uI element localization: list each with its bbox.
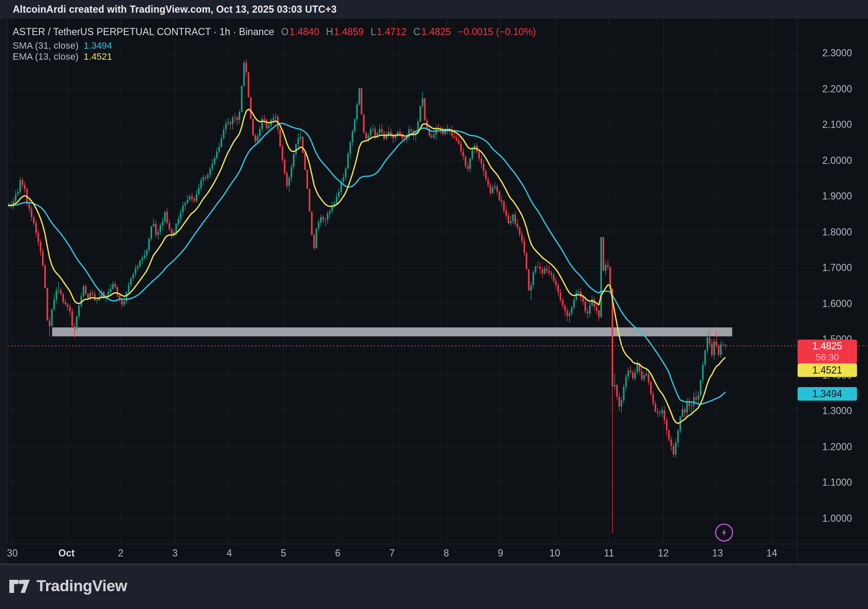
time-axis-label: 11 xyxy=(604,548,614,559)
price-axis-label: 2.1000 xyxy=(822,119,852,130)
ema-label: EMA (13, close) xyxy=(13,51,78,62)
price-axis-label: 1.8000 xyxy=(822,227,852,238)
time-axis-label: 10 xyxy=(549,548,560,559)
sma-price-badge: 1.3494 xyxy=(798,387,857,401)
time-axis-label: 12 xyxy=(658,548,669,559)
time-axis-label: 2 xyxy=(118,548,124,559)
price-axis-label: 1.1000 xyxy=(822,477,852,488)
symbol-legend-row[interactable]: ASTER / TetherUS PERPETUAL CONTRACT · 1h… xyxy=(13,26,536,38)
change-readout: −0.0015 (−0.10%) xyxy=(458,26,536,38)
price-axis-label: 2.0000 xyxy=(822,155,852,166)
open-readout: O1.4840 xyxy=(281,26,319,38)
time-axis-label: 9 xyxy=(498,548,504,559)
time-axis-label: Oct xyxy=(58,548,75,559)
time-axis-label: 8 xyxy=(444,548,449,559)
close-readout: C1.4825 xyxy=(413,26,451,38)
price-axis-label: 1.2000 xyxy=(822,441,852,453)
price-axis-label: 1.9000 xyxy=(822,191,852,202)
time-axis-label: 3 xyxy=(172,548,178,559)
candlestick-chart-canvas[interactable] xyxy=(0,0,868,609)
time-axis-label: 4 xyxy=(227,548,232,559)
last-price-badge: 1.4825 56:30 xyxy=(798,340,857,363)
price-axis-label: 1.3000 xyxy=(822,405,852,417)
sma-value: 1.3494 xyxy=(83,40,112,51)
price-axis-label: 1.6000 xyxy=(822,298,852,310)
tradingview-logo-text: TradingView xyxy=(36,577,127,595)
high-readout: H1.4859 xyxy=(326,26,364,38)
time-axis-label: 7 xyxy=(389,548,395,559)
attribution-bar: AltcoinArdi created with TradingView.com… xyxy=(0,0,868,19)
time-axis-label: 6 xyxy=(335,548,341,559)
ema-legend-row[interactable]: EMA (13, close) 1.4521 xyxy=(13,51,112,62)
time-axis-label: 13 xyxy=(712,548,723,559)
sma-legend-row[interactable]: SMA (31, close) 1.3494 xyxy=(13,40,112,51)
tradingview-logo-icon xyxy=(9,580,30,593)
sma-label: SMA (31, close) xyxy=(13,40,78,51)
footer-bar: TradingView xyxy=(0,564,868,609)
price-axis-label: 2.3000 xyxy=(822,47,852,59)
time-axis-label: 14 xyxy=(766,548,777,559)
price-axis-label: 1.0000 xyxy=(822,513,852,524)
price-axis-label: 2.2000 xyxy=(822,83,852,95)
time-axis-label: 5 xyxy=(281,548,287,559)
tradingview-logo[interactable]: TradingView xyxy=(9,577,127,595)
attribution-text: AltcoinArdi created with TradingView.com… xyxy=(13,4,337,15)
lightning-icon xyxy=(720,528,729,537)
low-readout: L1.4712 xyxy=(370,26,406,38)
price-axis-label: 1.7000 xyxy=(822,262,852,274)
time-axis-label: 30 xyxy=(7,548,18,559)
tradingview-published-chart: { "attribution_bar": { "text": "AltcoinA… xyxy=(0,0,868,609)
candle-countdown: 56:30 xyxy=(815,352,839,363)
lightning-button[interactable] xyxy=(715,523,733,542)
ema-value: 1.4521 xyxy=(83,51,112,62)
symbol-title: ASTER / TetherUS PERPETUAL CONTRACT · 1h… xyxy=(13,26,274,38)
last-price-value: 1.4825 xyxy=(812,340,842,352)
ema-price-badge: 1.4521 xyxy=(798,363,857,377)
